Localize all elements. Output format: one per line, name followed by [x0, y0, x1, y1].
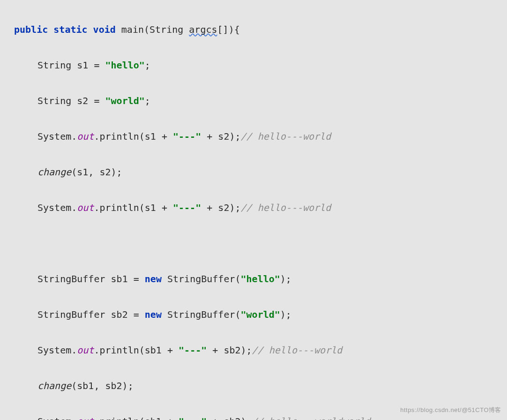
keyword: new	[145, 309, 162, 320]
rest: .println(sb1 +	[94, 345, 179, 356]
method-name: main	[121, 24, 144, 35]
paren: (	[144, 24, 149, 35]
field: out	[77, 202, 94, 213]
comment: // hello---world	[241, 202, 331, 213]
var: sb1	[111, 273, 128, 285]
code-block: public static void main(String argcs[]){…	[0, 0, 507, 420]
keyword: static	[53, 24, 87, 35]
brackets: []	[217, 24, 229, 35]
string-literal: "hello"	[241, 273, 280, 285]
paren: )	[229, 24, 234, 35]
type: StringBuffer	[37, 273, 105, 285]
rest: + s2);	[201, 131, 240, 142]
code-line: System.out.println(sb1 + "---" + sb2);//…	[0, 341, 507, 359]
field: out	[77, 416, 94, 420]
var: s2	[77, 95, 88, 106]
semi: ;	[145, 95, 150, 106]
sys: System.	[37, 416, 77, 420]
field: out	[77, 131, 94, 142]
string-literal: "world"	[241, 309, 280, 320]
code-line: change(sb1, sb2);	[0, 377, 507, 395]
rest: + sb2);	[207, 416, 252, 420]
keyword: new	[145, 273, 162, 285]
blank-line	[0, 234, 507, 252]
sys: System.	[37, 202, 77, 213]
code-line: System.out.println(s1 + "---" + s2);// h…	[0, 199, 507, 217]
ctor: StringBuffer(	[167, 273, 241, 285]
args: (sb1, sb2);	[71, 380, 133, 391]
code-line: change(s1, s2);	[0, 163, 507, 181]
args: (s1, s2);	[71, 166, 122, 178]
rest: + sb2);	[207, 345, 252, 356]
field: out	[77, 345, 94, 356]
string-literal: "---"	[179, 345, 207, 356]
keyword: public	[14, 24, 48, 35]
op: =	[94, 95, 99, 106]
string-literal: "---"	[179, 416, 207, 420]
code-line: StringBuffer sb2 = new StringBuffer("wor…	[0, 306, 507, 323]
var: s1	[77, 60, 88, 71]
op: =	[134, 273, 139, 285]
code-line: System.out.println(s1 + "---" + s2);// h…	[0, 128, 507, 145]
comment: // hello---worldworld	[252, 416, 371, 420]
ctor: StringBuffer(	[167, 309, 241, 320]
code-line: String s1 = "hello";	[0, 56, 507, 74]
sys: System.	[37, 131, 77, 142]
var: sb2	[111, 309, 128, 320]
method-call: change	[37, 380, 71, 391]
sys: System.	[37, 345, 77, 356]
comment: // hello---world	[252, 345, 343, 356]
close: );	[280, 309, 291, 320]
string-literal: "---"	[173, 131, 201, 142]
code-line: String s2 = "world";	[0, 92, 507, 110]
brace: {	[234, 24, 240, 35]
semi: ;	[145, 60, 150, 71]
type: String	[37, 95, 71, 106]
string-literal: "---"	[173, 202, 201, 213]
rest: .println(sb1 +	[94, 416, 179, 420]
close: );	[280, 273, 291, 285]
param-warning: argcs	[189, 24, 217, 35]
rest: .println(s1 +	[94, 202, 173, 213]
code-line: StringBuffer sb1 = new StringBuffer("hel…	[0, 270, 507, 288]
type: String	[37, 60, 71, 71]
keyword: void	[93, 24, 116, 35]
method-call: change	[37, 166, 71, 178]
type: StringBuffer	[37, 309, 105, 320]
typo-warning: worldworld	[314, 416, 370, 420]
comment: // hello---world	[241, 131, 331, 142]
watermark: https://blog.csdn.net/@51CTO博客	[400, 405, 501, 416]
type: String	[149, 24, 183, 35]
rest: + s2);	[201, 202, 240, 213]
code-line: public static void main(String argcs[]){	[0, 21, 507, 38]
rest: .println(s1 +	[94, 131, 173, 142]
string-literal: "hello"	[105, 60, 145, 71]
op: =	[94, 60, 99, 71]
string-literal: "world"	[105, 95, 145, 106]
op: =	[134, 309, 139, 320]
